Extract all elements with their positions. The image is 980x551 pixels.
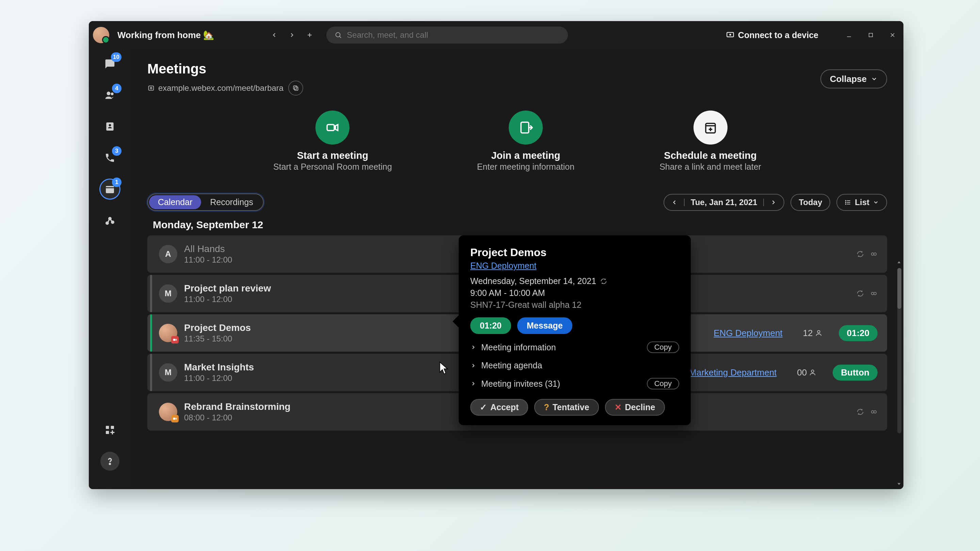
row-actions[interactable] [856, 250, 878, 258]
popover-message-button[interactable]: Message [517, 318, 572, 334]
svg-rect-28 [294, 86, 297, 89]
scroll-down[interactable] [896, 481, 902, 487]
rail-teams[interactable]: 4 [100, 86, 119, 105]
tab-recordings[interactable]: Recordings [201, 195, 262, 209]
popover-countdown[interactable]: 01:20 [470, 318, 511, 334]
date-label: Tue, Jan 21, 2021 [691, 198, 757, 207]
rsvp-tentative-button[interactable]: ?Tentative [534, 399, 598, 416]
tab-calendar[interactable]: Calendar [149, 195, 201, 209]
collapse-button[interactable]: Collapse [821, 69, 887, 89]
rsvp-accept-button[interactable]: ✓Accept [470, 399, 528, 416]
date-navigator: Tue, Jan 21, 2021 [663, 194, 785, 211]
expander-meeting-info[interactable]: Meeting information Copy [470, 341, 679, 353]
person-icon [809, 369, 816, 376]
date-next-button[interactable] [770, 199, 777, 206]
schedule-meeting-card[interactable]: Schedule a meeting Share a link and meet… [659, 111, 761, 172]
recurring-icon [856, 250, 864, 258]
new-tab-button[interactable] [302, 28, 317, 42]
back-button[interactable] [267, 28, 282, 42]
rsvp-decline-button[interactable]: ✕Decline [605, 399, 665, 416]
svg-point-17 [109, 218, 111, 220]
person-icon [815, 329, 822, 337]
calendar-toolbar: Calendar Recordings Tue, Jan 21, 2021 To… [147, 194, 887, 211]
forward-button[interactable] [285, 28, 299, 42]
device-icon [726, 30, 735, 40]
join-icon [509, 111, 543, 144]
svg-marker-47 [176, 339, 177, 341]
recurring-icon [856, 290, 864, 297]
search-bar[interactable] [326, 27, 568, 43]
view-dropdown[interactable]: List [837, 194, 887, 211]
user-avatar[interactable] [93, 27, 109, 43]
chevron-down-icon [871, 76, 878, 82]
rail-help[interactable] [100, 452, 119, 471]
svg-rect-21 [106, 426, 109, 429]
rail-messaging[interactable]: 10 [100, 54, 119, 73]
link-icon [870, 250, 878, 258]
date-prev-button[interactable] [671, 199, 678, 206]
rail-calling[interactable]: 3 [100, 148, 119, 167]
link-icon [870, 290, 878, 297]
svg-line-20 [111, 219, 112, 221]
svg-point-11 [111, 92, 114, 95]
quick-actions: Start a meeting Start a Personal Room me… [147, 111, 887, 172]
expander-meeting-agenda[interactable]: Meeting agenda [470, 360, 679, 370]
chevron-down-icon [873, 199, 879, 205]
video-icon [315, 111, 350, 144]
meeting-space-link[interactable]: ENG Deployment [714, 328, 782, 338]
copy-room-url-button[interactable] [288, 81, 303, 95]
maximize-button[interactable] [866, 30, 875, 40]
rail-apps[interactable] [100, 421, 119, 440]
row-actions[interactable] [856, 408, 878, 416]
scrollbar[interactable] [897, 268, 901, 433]
svg-rect-31 [521, 122, 529, 133]
attendee-count: 12 [803, 328, 822, 338]
avatar [159, 403, 177, 421]
countdown-pill[interactable]: 01:20 [839, 325, 878, 341]
popover-title: Project Demos [470, 246, 679, 259]
minimize-button[interactable] [844, 30, 854, 40]
join-meeting-card[interactable]: Join a meeting Enter meeting information [477, 111, 574, 172]
svg-rect-27 [295, 87, 298, 91]
camera-icon [171, 415, 179, 422]
meeting-title: Rebrand Brainstorming [184, 401, 291, 412]
svg-point-48 [817, 330, 820, 333]
chevron-right-icon [470, 344, 476, 350]
user-status[interactable]: Working from home 🏡 [118, 30, 214, 40]
rail-activity[interactable] [100, 211, 119, 230]
connect-device-button[interactable]: Connect to a device [726, 30, 818, 40]
today-button[interactable]: Today [791, 194, 830, 211]
meeting-space-link[interactable]: Marketing Department [689, 367, 776, 378]
svg-rect-7 [869, 33, 873, 37]
camera-icon [171, 336, 179, 343]
popover-time: 9:00 AM - 10:00 AM [470, 288, 679, 298]
svg-point-44 [872, 292, 874, 295]
avatar [159, 324, 177, 342]
row-button[interactable]: Button [833, 365, 878, 381]
scroll-up[interactable] [896, 259, 902, 265]
copy-button[interactable]: Copy [647, 341, 679, 353]
start-meeting-card[interactable]: Start a meeting Start a Personal Room me… [273, 111, 392, 172]
svg-point-52 [872, 411, 874, 413]
row-actions[interactable] [856, 290, 878, 297]
activity-icon [105, 215, 115, 226]
page-title: Meetings [147, 61, 887, 76]
svg-rect-46 [173, 339, 176, 341]
popover-location: SHN7-17-Great wall alpha 12 [470, 300, 679, 310]
nav-rail: 10 4 3 1 [89, 49, 131, 489]
close-button[interactable] [888, 30, 897, 40]
copy-button[interactable]: Copy [647, 378, 679, 389]
search-input[interactable] [347, 30, 560, 40]
personal-room-url[interactable]: example.webex.com/meet/barbara [147, 83, 283, 93]
expander-meeting-invitees[interactable]: Meeting invitees (31) Copy [470, 378, 679, 389]
rail-meetings[interactable]: 1 [100, 179, 119, 198]
popover-date: Wednesday, September 14, 2021 [470, 276, 679, 286]
avatar: A [159, 245, 177, 263]
svg-rect-23 [106, 431, 109, 434]
svg-marker-30 [336, 124, 338, 130]
popover-space-link[interactable]: ENG Deployment [470, 261, 537, 271]
rail-contacts[interactable] [100, 117, 119, 136]
svg-rect-25 [149, 86, 154, 91]
link-icon [870, 408, 878, 416]
search-icon [334, 31, 342, 39]
